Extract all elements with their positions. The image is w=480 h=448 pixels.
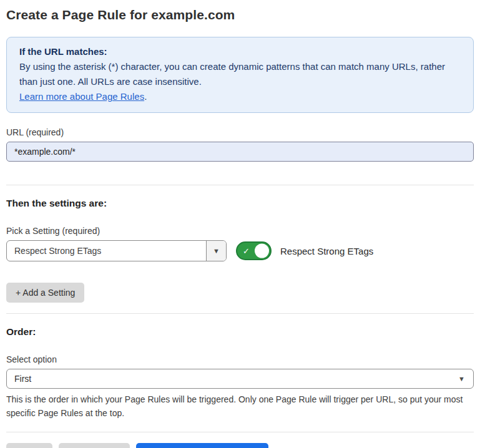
info-callout-body: By using the asterisk (*) character, you… — [19, 59, 456, 89]
setting-row: Respect Strong ETags ▼ ✓ Respect Strong … — [6, 240, 474, 261]
cancel-button[interactable]: Cancel — [6, 443, 52, 448]
add-setting-button[interactable]: + Add a Setting — [6, 283, 84, 303]
order-select-label: Select option — [6, 354, 474, 364]
settings-section-heading: Then the settings are: — [6, 198, 474, 209]
order-help-text: This is the order in which your Page Rul… — [6, 392, 468, 420]
order-section-heading: Order: — [6, 326, 474, 338]
chevron-down-icon: ▼ — [213, 248, 220, 255]
setting-toggle[interactable]: ✓ — [236, 241, 272, 260]
page-title: Create a Page Rule for example.com — [6, 7, 474, 22]
save-and-deploy-button[interactable]: Save and Deploy Page Rule — [136, 443, 268, 448]
create-page-rule-form: Create a Page Rule for example.com If th… — [0, 0, 480, 448]
check-icon: ✓ — [243, 246, 250, 256]
learn-more-link[interactable]: Learn more about Page Rules — [19, 91, 144, 102]
save-as-draft-button[interactable]: Save as Draft — [59, 443, 130, 448]
link-suffix-period: . — [144, 91, 147, 102]
url-input[interactable] — [6, 142, 474, 162]
section-divider — [6, 313, 474, 314]
setting-select-value: Respect Strong ETags — [7, 241, 206, 261]
section-divider — [6, 185, 474, 185]
setting-toggle-label: Respect Strong ETags — [280, 246, 373, 256]
url-field-label: URL (required) — [6, 127, 474, 137]
chevron-down-icon: ▼ — [458, 376, 465, 382]
order-select-value: First — [14, 374, 31, 384]
setting-picker-label: Pick a Setting (required) — [6, 226, 474, 236]
footer-divider — [6, 432, 474, 432]
toggle-knob — [255, 244, 269, 258]
form-actions: Cancel Save as Draft Save and Deploy Pag… — [6, 443, 474, 448]
setting-select-arrow-button[interactable]: ▼ — [206, 241, 226, 261]
order-select[interactable]: First ▼ — [6, 369, 474, 389]
info-callout-heading: If the URL matches: — [19, 44, 461, 59]
url-match-info-callout: If the URL matches: By using the asteris… — [6, 37, 474, 113]
setting-select[interactable]: Respect Strong ETags ▼ — [6, 240, 227, 261]
